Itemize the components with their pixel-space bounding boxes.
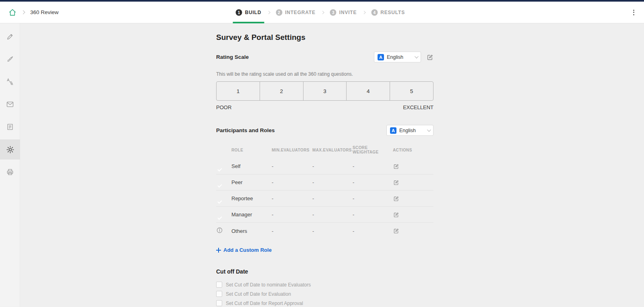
scale-cell-2[interactable]: 2: [260, 82, 303, 100]
cutoff-option-label: Set Cut off Date for Report Approval: [226, 301, 303, 306]
scale-cell-4[interactable]: 4: [347, 82, 390, 100]
cutoff-evaluation-checkbox[interactable]: [216, 291, 222, 297]
step-integrate-number: 2: [276, 9, 282, 16]
step-results[interactable]: 4 RESULTS: [370, 2, 406, 23]
language-value: English: [387, 54, 412, 60]
settings-gear-icon: [6, 145, 14, 154]
table-row-self: Self - - -: [216, 158, 433, 174]
participants-language-select[interactable]: A English: [386, 125, 433, 136]
col-actions: ACTIONS: [393, 148, 433, 152]
cutoff-option-label: Set Cut off Date to nominate Evaluators: [226, 282, 311, 288]
add-custom-role-label: Add a Custom Role: [223, 247, 272, 253]
score-weightage-value: -: [353, 212, 393, 218]
edit-square-icon: [393, 179, 399, 186]
step-separator-icon: [267, 11, 270, 14]
min-evaluators-value: -: [272, 179, 312, 185]
main-content: Survey & Portal Settings Rating Scale A …: [20, 23, 644, 307]
step-integrate-label: INTEGRATE: [285, 10, 316, 15]
step-results-label: RESULTS: [380, 10, 405, 15]
min-evaluators-value: -: [272, 212, 312, 218]
role-name: Manager: [231, 212, 272, 218]
cutoff-report-approval-checkbox[interactable]: [216, 300, 222, 306]
cutoff-nominate-checkbox[interactable]: [216, 282, 222, 288]
max-evaluators-value: -: [312, 228, 353, 234]
scale-cell-3[interactable]: 3: [303, 82, 347, 100]
edit-square-icon: [393, 212, 399, 218]
scale-max-label: EXCELLENT: [403, 104, 433, 110]
scale-cell-1[interactable]: 1: [217, 82, 260, 100]
min-evaluators-value: -: [272, 195, 312, 201]
plus-icon: [216, 248, 221, 253]
sidebar-item-translate[interactable]: [0, 72, 20, 92]
rating-scale-help-text: This will be the rating scale used on al…: [216, 71, 433, 77]
step-separator-icon: [321, 11, 324, 14]
report-icon: [6, 123, 14, 131]
home-icon: [8, 8, 17, 17]
breadcrumb: 360 Review: [30, 9, 59, 15]
left-icon-sidebar: [0, 23, 20, 307]
step-invite-label: INVITE: [339, 10, 357, 15]
participants-label: Participants and Roles: [216, 127, 275, 133]
col-min-evaluators: MIN.EVALUATORS: [272, 148, 312, 152]
edit-role-button[interactable]: [393, 195, 399, 202]
info-icon[interactable]: [216, 227, 223, 234]
scale-end-labels: POOR EXCELLENT: [216, 104, 433, 110]
sidebar-item-settings[interactable]: [0, 139, 20, 160]
cutoff-option-label: Set Cut off Date for Evaluation: [226, 291, 291, 297]
edit-square-icon: [426, 54, 433, 61]
edit-role-button[interactable]: [393, 163, 399, 170]
step-integrate[interactable]: 2 INTEGRATE: [275, 2, 317, 23]
score-weightage-value: -: [353, 195, 393, 201]
step-invite-number: 3: [330, 9, 336, 16]
language-value: English: [399, 128, 424, 133]
page-title: Survey & Portal Settings: [216, 33, 433, 42]
edit-square-icon: [393, 228, 399, 234]
rating-scale-label: Rating Scale: [216, 54, 249, 60]
wizard-stepper: 1 BUILD 2 INTEGRATE 3 INVITE 4 RESULTS: [234, 2, 406, 23]
max-evaluators-value: -: [312, 195, 353, 201]
topbar: 360 Review 1 BUILD 2 INTEGRATE 3 INVITE …: [0, 2, 644, 23]
col-max-evaluators: MAX.EVALUATORS: [312, 148, 353, 152]
roles-table-header: ROLE MIN.EVALUATORS MAX.EVALUATORS SCORE…: [216, 145, 433, 158]
score-weightage-value: -: [353, 179, 393, 185]
edit-role-button[interactable]: [393, 179, 399, 186]
edit-role-button[interactable]: [393, 212, 399, 218]
step-invite[interactable]: 3 INVITE: [329, 2, 358, 23]
col-score-weightage: SCORE WEIGHTAGE: [353, 145, 393, 154]
score-weightage-value: -: [353, 163, 393, 169]
sidebar-item-mail[interactable]: [0, 94, 20, 114]
chevron-down-icon: [415, 54, 419, 58]
edit-role-button[interactable]: [393, 228, 399, 234]
breadcrumb-chevron-icon: [21, 10, 25, 15]
role-name: Self: [231, 163, 272, 169]
step-build-label: BUILD: [245, 10, 261, 15]
rating-scale-header: Rating Scale A English: [216, 52, 433, 62]
cutoff-option-report-approval[interactable]: Set Cut off Date for Report Approval: [216, 299, 433, 307]
add-custom-role-button[interactable]: Add a Custom Role: [216, 247, 433, 253]
sidebar-item-theme[interactable]: [0, 49, 20, 69]
printer-icon: [6, 168, 14, 176]
scale-cell-5[interactable]: 5: [390, 82, 433, 100]
cutoff-option-nominate[interactable]: Set Cut off Date to nominate Evaluators: [216, 280, 433, 289]
sidebar-item-reports[interactable]: [0, 117, 20, 137]
edit-rating-scale-button[interactable]: [426, 54, 433, 61]
cutoff-options: Set Cut off Date to nominate Evaluators …: [216, 280, 433, 307]
step-build[interactable]: 1 BUILD: [234, 2, 262, 23]
min-evaluators-value: -: [272, 228, 312, 234]
sidebar-item-edit[interactable]: [0, 27, 20, 47]
role-name: Reportee: [231, 195, 272, 201]
chevron-down-icon: [427, 128, 431, 132]
role-name: Others: [231, 228, 272, 234]
table-row-peer: Peer - - -: [216, 174, 433, 191]
rating-scale-language-select[interactable]: A English: [374, 52, 421, 62]
paintbrush-icon: [6, 55, 14, 63]
translate-icon: A: [390, 127, 396, 134]
cutoff-option-evaluation[interactable]: Set Cut off Date for Evaluation: [216, 289, 433, 299]
max-evaluators-value: -: [312, 163, 353, 169]
min-evaluators-value: -: [272, 163, 312, 169]
edit-icon: [6, 33, 14, 41]
sidebar-item-print[interactable]: [0, 162, 20, 182]
more-options-kebab-icon[interactable]: [631, 7, 637, 18]
home-button[interactable]: [7, 7, 18, 18]
step-results-number: 4: [371, 9, 378, 16]
